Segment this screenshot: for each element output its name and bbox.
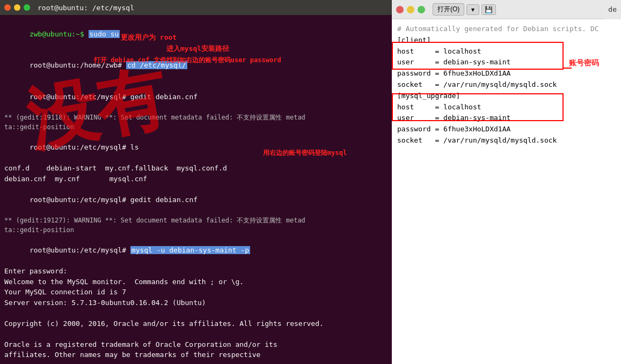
maximize-button[interactable] [418, 6, 425, 13]
editor-line: user = debian-sys-maint [397, 57, 616, 68]
right-toolbar: 打开(O) ▾ 💾 [433, 3, 496, 16]
terminal-line: Your MySQL connection id is 7 [4, 287, 388, 298]
terminal-line: affiliates. Other names may be trademark… [4, 350, 388, 360]
left-terminal: root@ubuntu: /etc/mysql zwb@ubuntu:~$ su… [0, 0, 392, 364]
open-dropdown-button[interactable]: ▾ [466, 4, 479, 15]
editor-line: [client] [397, 35, 616, 46]
left-titlebar: root@ubuntu: /etc/mysql [0, 0, 392, 15]
terminal-line: owners. [4, 360, 388, 365]
open-button[interactable]: 打开(O) [433, 3, 464, 16]
terminal-content: zwb@ubuntu:~$ sudo su 更改用户为 root root@ub… [0, 15, 392, 364]
terminal-line: Welcome to the MySQL monitor. Commands e… [4, 277, 388, 287]
terminal-line: ** (gedit:19127): WARNING **: Set docume… [4, 216, 388, 225]
terminal-line: Enter password: [4, 266, 388, 277]
editor-line: [mysql_upgrade] [397, 91, 616, 102]
terminal-line: Copyright (c) 2000, 2016, Oracle and/or … [4, 318, 388, 329]
terminal-line: ** (gedit:19118): WARNING **: Set docume… [4, 113, 388, 122]
editor-line: host = localhost [397, 102, 616, 113]
save-button[interactable]: 💾 [481, 4, 496, 15]
terminal-line: Oracle is a registered trademark of Orac… [4, 339, 388, 350]
terminal-line: Server version: 5.7.13-0ubuntu0.16.04.2 … [4, 298, 388, 308]
editor-content: # Automatically generated for Debian scr… [392, 19, 621, 364]
editor-line: user = debian-sys-maint [397, 113, 616, 124]
terminal-title: root@ubuntu: /etc/mysql [38, 4, 134, 12]
minimize-button[interactable] [407, 6, 414, 13]
right-titlebar: 打开(O) ▾ 💾 de [392, 0, 621, 19]
terminal-line [4, 329, 388, 339]
terminal-line: ta::gedit-position [4, 122, 388, 132]
editor-line: socket = /var/run/mysqld/mysqld.sock [397, 79, 616, 91]
terminal-line: debian.cnf my.cnf mysql.cnf [4, 174, 388, 184]
editor-line: # Automatically generated for Debian scr… [397, 24, 616, 35]
terminal-line: zwb@ubuntu:~$ sudo su [4, 18, 388, 50]
terminal-line: ta::gedit-position [4, 225, 388, 235]
editor-line-password2: password = 6fhue3xHoLDXd1AA [397, 124, 616, 135]
terminal-line: conf.d debian-start my.cnf.fallback mysq… [4, 163, 388, 174]
editor-line-password1: password = 6fhue3xHoLDXd1AA [397, 68, 616, 79]
right-panel: 打开(O) ▾ 💾 de # Automatically generated f… [392, 0, 621, 364]
terminal-line [4, 308, 388, 318]
terminal-line: root@ubuntu:/etc/mysql# gedit debian.cnf [4, 184, 388, 216]
terminal-line: root@ubuntu:/etc/mysql# ls [4, 132, 388, 164]
close-button[interactable] [396, 6, 404, 13]
terminal-line: root@ubuntu:/etc/mysql# gedit debian.cnf [4, 81, 388, 113]
maximize-btn[interactable] [24, 4, 30, 11]
minimize-btn[interactable] [14, 4, 20, 11]
close-btn[interactable] [4, 4, 11, 11]
editor-line: host = localhost [397, 46, 616, 57]
editor-line: socket = /var/run/mysqld/mysqld.sock [397, 135, 616, 146]
terminal-line: root@ubuntu:/home/zwb# cd /etc/mysql/ [4, 50, 388, 81]
terminal-line: root@ubuntu:/etc/mysql# mysql -u debian-… [4, 235, 388, 266]
panel-partial-title: de [604, 0, 621, 19]
